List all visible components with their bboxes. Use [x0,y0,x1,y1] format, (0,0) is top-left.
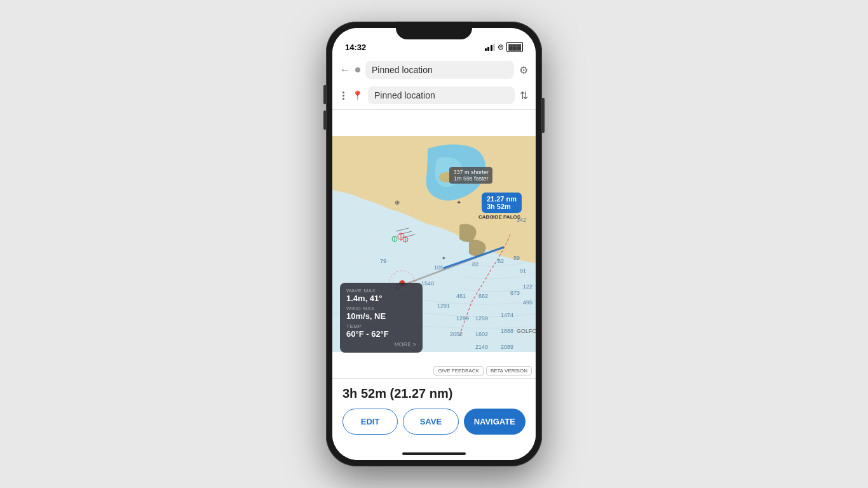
temp-label: TEMP [346,323,416,329]
more-menu-icon[interactable] [340,92,347,100]
volume-up-button [323,85,326,104]
shortcut-tooltip: 337 m shorter 1m 59s faster [449,167,492,184]
signal-icon [485,44,496,51]
bottom-panel: 3h 52m (21.27 nm) EDIT SAVE NAVIGATE [332,378,536,447]
svg-text:⊕: ⊕ [491,214,496,220]
svg-text:⊕: ⊕ [395,199,400,206]
status-icons: ⊜ ▓▓▓ [485,42,523,52]
wave-label: WAVE MAX [346,288,416,294]
svg-text:1602: 1602 [475,331,488,337]
svg-text:89: 89 [513,255,520,261]
svg-text:662: 662 [478,293,488,299]
svg-text:2089: 2089 [501,344,513,350]
svg-text:673: 673 [510,290,520,296]
wifi-icon: ⊜ [498,43,504,51]
swap-route-icon[interactable]: ⇅ [520,90,528,102]
svg-text:1888: 1888 [501,328,513,334]
trip-summary: 3h 52m (21.27 nm) [342,386,526,401]
svg-text:91: 91 [520,268,526,274]
destination-input[interactable] [368,86,515,104]
settings-icon[interactable]: ⚙ [519,64,528,76]
svg-text:79: 79 [380,258,386,264]
nav-header: ← ⚙ 📍 ⇅ [332,56,536,110]
wave-value: 1.4m, 41° [346,294,416,303]
svg-text:461: 461 [456,293,466,299]
svg-text:1299: 1299 [456,315,469,322]
svg-text:82: 82 [472,261,478,268]
edit-button[interactable]: EDIT [342,409,398,435]
svg-text:495: 495 [523,299,532,306]
home-bar [402,452,466,455]
beta-version-button[interactable]: BETA VERSION [486,366,532,376]
shortcut-line2: 1m 59s faster [453,175,489,182]
wind-label: WIND MAX [346,306,416,311]
wind-value: 10m/s, NE [346,311,416,321]
svg-text:GOLFO: GOLFO [517,328,536,334]
navigate-button[interactable]: NAVIGATE [464,409,526,435]
phone-screen: 14:32 ⊜ ▓▓▓ ← ⚙ [332,28,536,460]
feedback-bar: GIVE FEEDBACK BETA VERSION [430,363,536,378]
map-area[interactable]: 79 105 82 82 89 91 122 495 673 662 461 1… [332,110,536,378]
back-button[interactable]: ← [340,64,350,76]
distance-tooltip: 21.27 nm 3h 52m [482,193,522,213]
svg-text:82: 82 [498,258,504,264]
svg-text:✦: ✦ [456,199,461,206]
feedback-button[interactable]: GIVE FEEDBACK [433,366,483,376]
svg-text:1259: 1259 [475,315,488,322]
origin-dot [355,67,360,72]
shortcut-line1: 337 m shorter [453,169,489,175]
action-buttons: EDIT SAVE NAVIGATE [342,409,526,435]
power-button [542,98,545,133]
distance-nm: 21.27 nm [487,195,517,203]
save-button[interactable]: SAVE [403,409,458,435]
destination-pin-icon: 📍 [352,90,363,100]
volume-down-button [323,111,326,130]
temp-value: 60°F - 62°F [346,329,416,339]
svg-text:1540: 1540 [421,280,434,287]
svg-text:122: 122 [523,283,532,290]
phone-frame: 14:32 ⊜ ▓▓▓ ← ⚙ [326,22,542,466]
distance-time: 3h 52m [487,203,517,210]
svg-text:1474: 1474 [501,312,513,318]
weather-card: WAVE MAX 1.4m, 41° WIND MAX 10m/s, NE TE… [340,283,423,353]
origin-input[interactable] [365,61,514,79]
svg-text:2140: 2140 [475,344,488,350]
status-time: 14:32 [345,43,366,52]
battery-icon: ▓▓▓ [506,42,523,52]
svg-text:✦: ✦ [442,255,446,261]
more-weather-link[interactable]: MORE > [346,341,416,348]
home-indicator [332,447,536,460]
notch [396,22,472,39]
svg-text:1291: 1291 [437,302,450,309]
svg-text:2052: 2052 [450,331,463,337]
svg-text:CABO DE PALOS: CABO DE PALOS [478,214,521,220]
